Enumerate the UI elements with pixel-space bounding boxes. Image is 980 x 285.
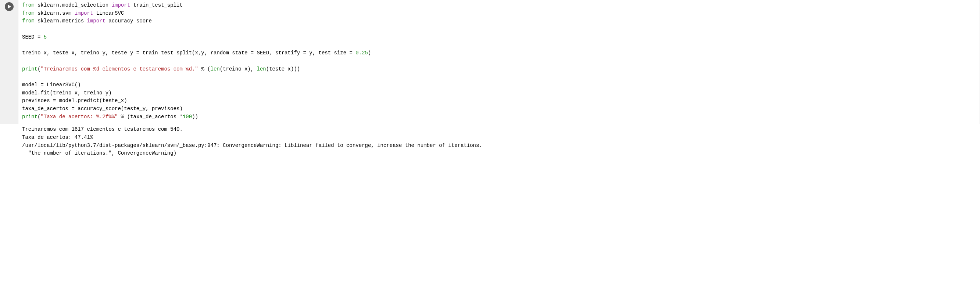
code-line: model.fit(treino_x, treino_y): [22, 89, 977, 97]
code-line: [22, 25, 977, 33]
output-line: /usr/local/lib/python3.7/dist-packages/s…: [22, 142, 977, 150]
code-line: previsoes = model.predict(teste_x): [22, 97, 977, 105]
code-line: from sklearn.metrics import accuracy_sco…: [22, 17, 977, 25]
output-text: Treinaremos com 1617 elementos e testare…: [18, 124, 980, 160]
code-line: taxa_de_acertos = accuracy_score(teste_y…: [22, 105, 977, 113]
code-editor[interactable]: from sklearn.model_selection import trai…: [18, 0, 980, 124]
code-line: print("Treinaremos com %d elementos e te…: [22, 65, 977, 73]
output-gutter: [0, 124, 18, 160]
play-icon: [7, 5, 11, 9]
code-line: model = LinearSVC(): [22, 81, 977, 89]
cell-gutter: [0, 0, 18, 124]
code-line: print("Taxa de acertos: %.2f%%" % (taxa_…: [22, 113, 977, 121]
code-cell: from sklearn.model_selection import trai…: [0, 0, 980, 124]
code-line: [22, 41, 977, 49]
code-line: SEED = 5: [22, 33, 977, 41]
code-line: [22, 73, 977, 81]
output-line: Taxa de acertos: 47.41%: [22, 134, 977, 142]
run-button[interactable]: [5, 2, 14, 11]
code-line: treino_x, teste_x, treino_y, teste_y = t…: [22, 49, 977, 57]
code-line: [22, 57, 977, 65]
output-cell: Treinaremos com 1617 elementos e testare…: [0, 124, 980, 160]
output-line: "the number of iterations.", Convergence…: [22, 149, 977, 158]
code-line: from sklearn.model_selection import trai…: [22, 2, 977, 10]
code-line: from sklearn.svm import LinearSVC: [22, 10, 977, 17]
output-line: Treinaremos com 1617 elementos e testare…: [22, 126, 977, 134]
